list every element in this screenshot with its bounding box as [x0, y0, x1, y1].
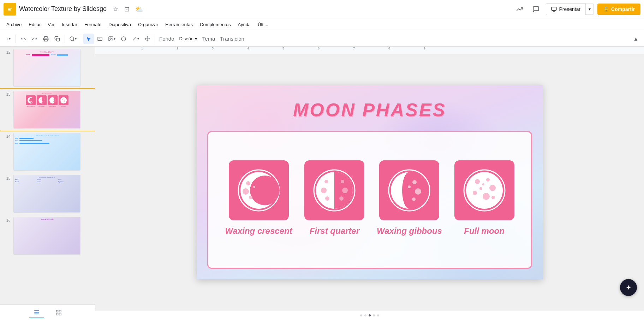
dot-1: [360, 314, 362, 316]
sep1: [16, 35, 16, 43]
svg-rect-3: [8, 10, 11, 11]
sidebar-tab-list[interactable]: [29, 307, 44, 318]
svg-rect-8: [56, 38, 60, 41]
textbox-tool[interactable]: [95, 34, 105, 44]
slide-thumb-16[interactable]: 16 HOROSCOPE: LEO: [0, 215, 95, 257]
ai-fab-button[interactable]: ✦: [620, 279, 637, 296]
slide-thumb-15[interactable]: 15 REVIEWING CONCEPTS Pisces Aquarius Ta…: [0, 173, 95, 215]
thumb-img-12: THIS IS A GRAPH Jupiter Mercury: [13, 49, 80, 87]
sidebar: 12 THIS IS A GRAPH Jupiter Mercury: [0, 47, 95, 304]
select-tool[interactable]: [83, 34, 94, 44]
menu-ayuda[interactable]: Ayuda: [234, 20, 254, 29]
collapse-toolbar-button[interactable]: ▲: [631, 34, 641, 44]
moon-item-full-moon[interactable]: Full moon: [454, 160, 514, 236]
sidebar-tab-grid[interactable]: [51, 307, 66, 318]
svg-point-27: [42, 101, 43, 102]
svg-point-26: [39, 101, 40, 102]
svg-point-60: [415, 188, 421, 195]
thumb-moons: [15, 95, 79, 105]
moon-item-waxing-gibbous[interactable]: Waxing gibbous: [377, 160, 442, 236]
thumb-title-12: THIS IS A GRAPH: [16, 51, 78, 53]
slide-num-13: 13: [4, 91, 11, 96]
share-button[interactable]: 🔒 Compartir: [597, 4, 640, 15]
svg-rect-38: [56, 310, 58, 312]
svg-point-55: [342, 188, 348, 193]
print-button[interactable]: [41, 34, 51, 44]
slide-num-14: 14: [4, 133, 11, 138]
svg-point-67: [489, 185, 496, 191]
sidebar-footer: [0, 304, 95, 320]
background-button[interactable]: Fondo: [157, 34, 177, 44]
svg-point-47: [249, 196, 252, 199]
menu-diapositiva[interactable]: Diapositiva: [105, 20, 135, 29]
image-tool[interactable]: ▾: [106, 34, 118, 44]
moon-icon-waxing-crescent: [229, 160, 289, 220]
slide-num-16: 16: [4, 217, 11, 223]
canvas-area[interactable]: MOON PHASES: [95, 54, 644, 310]
main-content: 12 THIS IS A GRAPH Jupiter Mercury: [0, 47, 644, 320]
thumb-title-13: MOON PHASES: [15, 93, 79, 94]
dot-5: [377, 314, 379, 316]
slide-title: MOON PHASES: [197, 99, 543, 120]
sidebar-wrapper: 12 THIS IS A GRAPH Jupiter Mercury: [0, 47, 95, 320]
svg-point-51: [324, 180, 328, 183]
line-tool[interactable]: ▾: [130, 34, 141, 44]
svg-point-56: [339, 196, 344, 201]
menu-ver[interactable]: Ver: [44, 20, 58, 29]
shape-tool[interactable]: [118, 34, 129, 44]
slide-num-15: 15: [4, 175, 11, 180]
svg-point-48: [253, 186, 255, 188]
menu-complementos[interactable]: Complementos: [196, 20, 234, 29]
top-bar: Watercolor Texture by Slidesgo ☆ ⊡ ⛅ Pre…: [0, 0, 644, 18]
svg-rect-4: [552, 7, 556, 10]
sep3: [81, 35, 81, 43]
slide-thumb-14[interactable]: 14 COMPATIBILITY WITH OTHER SIGNS 30% 65…: [0, 131, 95, 173]
cloud-button[interactable]: ⛅: [134, 4, 144, 14]
svg-line-17: [133, 37, 136, 40]
svg-point-72: [482, 183, 484, 185]
present-dropdown-button[interactable]: ▾: [586, 4, 594, 15]
menu-formato[interactable]: Formato: [81, 20, 105, 29]
comment-button[interactable]: [530, 3, 542, 16]
menu-bar: Archivo Editar Ver Insertar Formato Diap…: [0, 18, 644, 31]
theme-button[interactable]: Tema: [200, 34, 217, 44]
slide-thumb-12[interactable]: 12 THIS IS A GRAPH Jupiter Mercury: [0, 47, 95, 89]
add-button[interactable]: + ▾: [3, 34, 13, 44]
menu-herramientas[interactable]: Herramientas: [162, 20, 196, 29]
redo-button[interactable]: [29, 34, 40, 44]
zoom-button[interactable]: ▾: [67, 34, 79, 44]
slide-thumb-13[interactable]: 13 MOON PHASES: [0, 89, 95, 131]
moon-icon-first-quarter: [304, 160, 364, 220]
svg-point-29: [53, 99, 54, 100]
design-dropdown[interactable]: Diseño ▾: [177, 35, 199, 43]
moon-item-first-quarter[interactable]: First quarter: [304, 160, 364, 236]
slide-num-12: 12: [4, 49, 11, 54]
menu-editar[interactable]: Editar: [25, 20, 44, 29]
folder-button[interactable]: ⊡: [123, 4, 131, 14]
thumb-img-13: MOON PHASES: [13, 91, 80, 129]
svg-line-10: [73, 40, 74, 41]
clone-button[interactable]: [52, 34, 62, 44]
svg-point-71: [479, 187, 482, 190]
star-button[interactable]: ☆: [112, 4, 120, 14]
svg-point-34: [63, 99, 64, 99]
moon-panel: Waxing crescent: [207, 131, 532, 269]
menu-ulti[interactable]: Últi...: [254, 20, 272, 29]
trend-button[interactable]: [513, 3, 526, 16]
menu-organizar[interactable]: Organizar: [135, 20, 162, 29]
svg-point-46: [243, 188, 249, 195]
moon-item-waxing-crescent[interactable]: Waxing crescent: [225, 160, 292, 236]
svg-point-61: [412, 197, 416, 201]
svg-point-33: [64, 100, 65, 102]
svg-rect-39: [59, 310, 61, 312]
moon-label-waxing-crescent: Waxing crescent: [225, 226, 292, 236]
thumb-img-16: HOROSCOPE: LEO: [13, 217, 80, 255]
bottom-bar: [95, 310, 644, 320]
transition-button[interactable]: Transición: [218, 34, 246, 44]
menu-insertar[interactable]: Insertar: [58, 20, 81, 29]
undo-button[interactable]: [18, 34, 29, 44]
move-tool[interactable]: [142, 34, 153, 44]
present-button[interactable]: Presentar: [546, 3, 586, 15]
svg-rect-41: [59, 313, 61, 315]
menu-archivo[interactable]: Archivo: [3, 20, 25, 29]
